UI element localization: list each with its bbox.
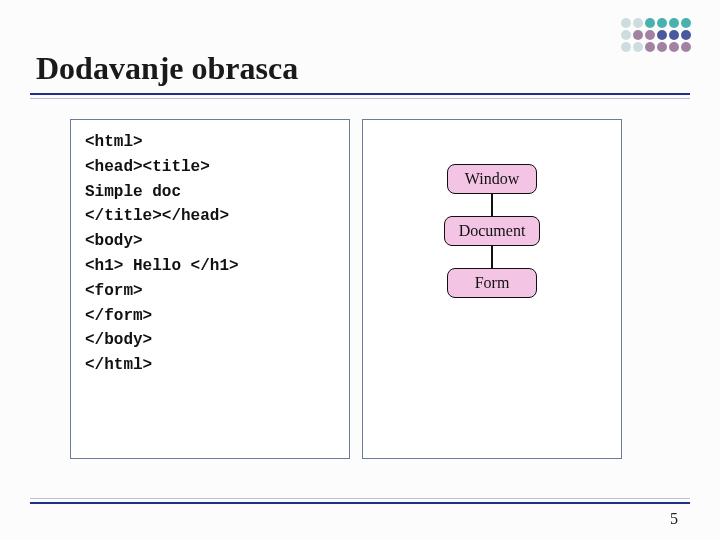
content-row: <html> <head><title> Simple doc </title>… xyxy=(30,119,690,459)
tree-node-document: Document xyxy=(444,216,541,246)
tree-node-form: Form xyxy=(447,268,537,298)
code-line: </title></head> xyxy=(85,207,229,225)
decorative-dots xyxy=(621,18,692,53)
code-line: <html> xyxy=(85,133,143,151)
footer-underline xyxy=(30,498,690,504)
code-line: <h1> Hello </h1> xyxy=(85,257,239,275)
code-panel: <html> <head><title> Simple doc </title>… xyxy=(70,119,350,459)
code-line: </html> xyxy=(85,356,152,374)
code-line: Simple doc xyxy=(85,183,181,201)
slide: Dodavanje obrasca <html> <head><title> S… xyxy=(0,0,720,540)
code-line: <body> xyxy=(85,232,143,250)
slide-title: Dodavanje obrasca xyxy=(30,50,690,87)
tree-panel: Window Document Form xyxy=(362,119,622,459)
code-line: </body> xyxy=(85,331,152,349)
code-line: <form> xyxy=(85,282,143,300)
code-block: <html> <head><title> Simple doc </title>… xyxy=(85,130,335,378)
tree-node-window: Window xyxy=(447,164,537,194)
tree-connector xyxy=(491,194,493,216)
title-underline xyxy=(30,93,690,99)
code-line: </form> xyxy=(85,307,152,325)
page-number: 5 xyxy=(670,510,678,528)
tree-connector xyxy=(491,246,493,268)
code-line: <head><title> xyxy=(85,158,210,176)
